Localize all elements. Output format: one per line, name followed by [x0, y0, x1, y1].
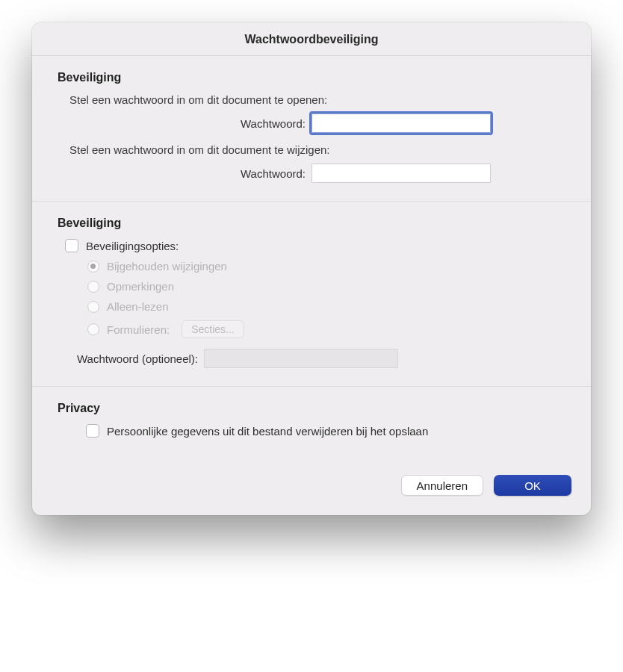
open-password-label: Wachtwoord: [69, 117, 312, 130]
section-heading: Beveiliging [58, 217, 565, 230]
security-options-radio-group: Bijgehouden wijzigingen Opmerkingen Alle… [87, 260, 565, 338]
radio-readonly-label: Alleen-lezen [107, 300, 169, 313]
radio-tracked-changes-label: Bijgehouden wijzigingen [107, 260, 227, 273]
security-passwords-section: Beveiliging Stel een wachtwoord in om di… [32, 56, 591, 202]
security-options-section: Beveiliging Beveiligingsopties: Bijgehou… [32, 202, 591, 387]
optional-password-row: Wachtwoord (optioneel): [77, 349, 565, 368]
optional-password-label: Wachtwoord (optioneel): [77, 352, 204, 365]
modify-password-desc: Stel een wachtwoord in om dit document t… [69, 143, 565, 156]
password-security-dialog: Wachtwoordbeveiliging Beveiliging Stel e… [32, 22, 591, 515]
sections-button[interactable]: Secties... [182, 320, 244, 338]
radio-readonly[interactable] [87, 301, 99, 313]
modify-password-input[interactable] [312, 164, 491, 183]
radio-forms[interactable] [87, 323, 99, 335]
dialog-content: Beveiliging Stel een wachtwoord in om di… [32, 56, 591, 515]
radio-comments-label: Opmerkingen [107, 280, 174, 293]
section-heading: Beveiliging [58, 71, 565, 84]
radio-tracked-changes-row: Bijgehouden wijzigingen [87, 260, 565, 273]
radio-tracked-changes[interactable] [87, 261, 99, 273]
optional-password-input[interactable] [204, 349, 398, 368]
security-options-label: Beveiligingsopties: [86, 240, 179, 252]
security-options-checkbox-row: Beveiligingsopties: [65, 239, 565, 252]
dialog-title: Wachtwoordbeveiliging [32, 22, 591, 56]
open-password-row: Wachtwoord: [69, 113, 565, 133]
open-password-desc: Stel een wachtwoord in om dit document t… [69, 93, 565, 106]
ok-button[interactable]: OK [494, 475, 571, 496]
cancel-button[interactable]: Annuleren [401, 475, 483, 496]
radio-forms-label: Formulieren: [107, 323, 170, 336]
dialog-footer: Annuleren OK [32, 458, 591, 515]
radio-comments-row: Opmerkingen [87, 280, 565, 293]
open-password-input[interactable] [312, 113, 491, 133]
radio-readonly-row: Alleen-lezen [87, 300, 565, 313]
remove-personal-checkbox[interactable] [86, 424, 99, 438]
remove-personal-label: Persoonlijke gegevens uit dit bestand ve… [107, 425, 428, 438]
radio-forms-row: Formulieren: Secties... [87, 320, 565, 338]
modify-password-row: Wachtwoord: [69, 164, 565, 183]
remove-personal-row: Persoonlijke gegevens uit dit bestand ve… [86, 424, 565, 438]
modify-password-label: Wachtwoord: [69, 167, 312, 180]
radio-comments[interactable] [87, 281, 99, 293]
section-heading: Privacy [58, 402, 565, 415]
security-options-checkbox[interactable] [65, 239, 78, 252]
privacy-section: Privacy Persoonlijke gegevens uit dit be… [32, 387, 591, 458]
